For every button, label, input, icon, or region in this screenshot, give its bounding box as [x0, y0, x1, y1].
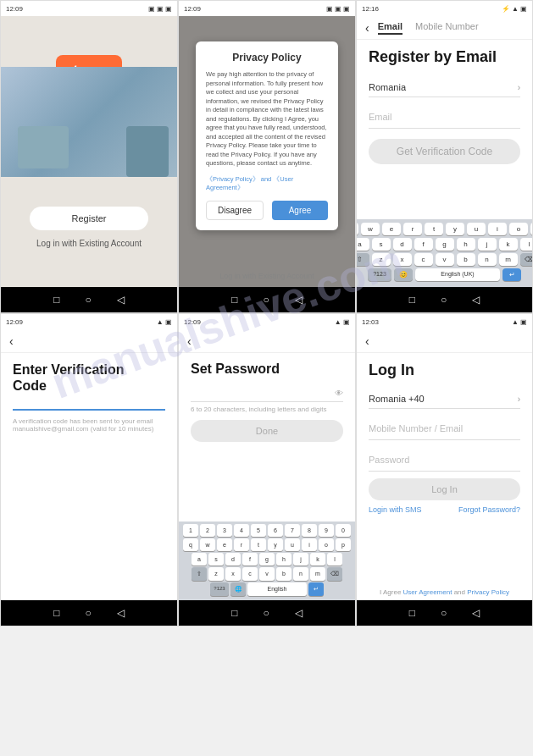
key-q-5[interactable]: q — [183, 538, 198, 551]
tab-mobile[interactable]: Mobile Number — [415, 21, 479, 35]
key-q[interactable]: q — [356, 223, 358, 235]
key-k[interactable]: k — [499, 238, 518, 251]
key-1[interactable]: 1 — [183, 524, 198, 537]
back-button-3[interactable]: ‹ — [365, 21, 369, 35]
key-o-5[interactable]: o — [319, 538, 334, 551]
nav-square-5[interactable]: □ — [231, 607, 237, 619]
nav-square-1[interactable]: □ — [53, 294, 59, 306]
key-globe-5[interactable]: 🌐 — [230, 582, 246, 596]
key-r[interactable]: r — [403, 223, 422, 235]
key-c-5[interactable]: c — [242, 567, 258, 581]
key-x[interactable]: x — [393, 253, 412, 266]
nav-circle-4[interactable]: ○ — [86, 607, 92, 619]
key-v-5[interactable]: v — [259, 567, 275, 581]
key-w-5[interactable]: w — [200, 538, 215, 551]
disagree-button[interactable]: Disagree — [206, 201, 264, 220]
privacy-policy-link[interactable]: Privacy Policy — [467, 588, 509, 596]
nav-back-6[interactable]: ◁ — [472, 607, 480, 619]
nav-square-4[interactable]: □ — [53, 607, 59, 619]
key-s-5[interactable]: s — [208, 553, 224, 566]
back-button-4[interactable]: ‹ — [9, 334, 14, 348]
key-emoji[interactable]: 😊 — [394, 268, 413, 281]
key-b[interactable]: b — [457, 253, 475, 266]
key-i[interactable]: i — [488, 223, 507, 235]
nav-square-2[interactable]: □ — [231, 294, 237, 306]
key-k-5[interactable]: k — [310, 553, 325, 566]
key-h-5[interactable]: h — [276, 553, 291, 566]
key-m[interactable]: m — [499, 253, 518, 266]
key-x-5[interactable]: x — [225, 567, 241, 581]
nav-back-3[interactable]: ◁ — [472, 294, 480, 306]
key-0[interactable]: 0 — [336, 524, 351, 537]
key-y-5[interactable]: y — [268, 538, 283, 551]
login-password-input[interactable]: Password — [369, 447, 520, 472]
key-shift[interactable]: ⇧ — [356, 253, 369, 266]
key-s[interactable]: s — [372, 238, 391, 251]
key-o[interactable]: o — [509, 223, 528, 235]
nav-square-6[interactable]: □ — [409, 607, 415, 619]
key-u-5[interactable]: u — [285, 538, 300, 551]
key-nums-5[interactable]: ?123 — [210, 582, 229, 596]
password-input-row[interactable]: 👁 — [191, 385, 343, 402]
login-button[interactable]: Log In — [369, 478, 520, 500]
key-m-5[interactable]: m — [310, 567, 325, 581]
key-n[interactable]: n — [478, 253, 497, 266]
key-t[interactable]: t — [425, 223, 443, 235]
key-enter-5[interactable]: ↵ — [308, 582, 324, 596]
key-enter[interactable]: ↵ — [502, 268, 521, 281]
key-l[interactable]: l — [520, 238, 534, 251]
key-space-5[interactable]: English — [247, 582, 307, 596]
key-y[interactable]: y — [446, 223, 464, 235]
key-c[interactable]: c — [414, 253, 433, 266]
forgot-password-link[interactable]: Forgot Password? — [458, 505, 520, 514]
back-button-6[interactable]: ‹ — [365, 334, 369, 348]
key-z-5[interactable]: z — [208, 567, 224, 581]
nav-circle-2[interactable]: ○ — [264, 294, 269, 306]
key-t-5[interactable]: t — [251, 538, 266, 551]
key-g[interactable]: g — [436, 238, 454, 251]
done-button[interactable]: Done — [191, 420, 343, 442]
key-2[interactable]: 2 — [200, 524, 215, 537]
send-code-button[interactable]: Get Verification Code — [369, 139, 520, 164]
key-n-5[interactable]: n — [293, 567, 308, 581]
key-a[interactable]: a — [356, 238, 369, 251]
nav-circle-5[interactable]: ○ — [264, 607, 269, 619]
nav-circle-6[interactable]: ○ — [441, 607, 447, 619]
agree-button[interactable]: Agree — [272, 201, 328, 220]
key-numbers[interactable]: ?123 — [368, 268, 391, 281]
key-u[interactable]: u — [467, 223, 486, 235]
sms-login-link[interactable]: Login with SMS — [369, 505, 422, 514]
key-d[interactable]: d — [393, 238, 412, 251]
key-j-5[interactable]: j — [293, 553, 308, 566]
key-h[interactable]: h — [457, 238, 475, 251]
key-b-5[interactable]: b — [276, 567, 291, 581]
nav-square-3[interactable]: □ — [409, 294, 415, 306]
key-a-5[interactable]: a — [192, 553, 207, 566]
login-mobile-input[interactable]: Mobile Number / Email — [369, 416, 520, 440]
key-w[interactable]: w — [361, 223, 380, 235]
key-shift-5[interactable]: ⇧ — [192, 567, 207, 581]
privacy-modal-links[interactable]: 《Privacy Policy》 and 《User Agreement》 — [206, 175, 328, 192]
verification-input[interactable] — [13, 402, 165, 411]
nav-back-1[interactable]: ◁ — [117, 294, 125, 306]
login-existing-link-1[interactable]: Log in with Existing Account — [36, 239, 142, 248]
eye-icon[interactable]: 👁 — [335, 389, 343, 398]
key-backspace-5[interactable]: ⌫ — [327, 567, 342, 581]
key-z[interactable]: z — [372, 253, 391, 266]
key-8[interactable]: 8 — [302, 524, 317, 537]
nav-back-4[interactable]: ◁ — [117, 607, 125, 619]
tab-email[interactable]: Email — [378, 21, 403, 35]
key-r-5[interactable]: r — [234, 538, 249, 551]
country-row[interactable]: Romania › — [369, 78, 520, 97]
key-f[interactable]: f — [414, 238, 433, 251]
user-agreement-link[interactable]: User Agreement — [403, 588, 452, 596]
back-button-5[interactable]: ‹ — [187, 334, 192, 348]
key-5[interactable]: 5 — [251, 524, 266, 537]
nav-circle-3[interactable]: ○ — [441, 294, 447, 306]
key-e[interactable]: e — [382, 223, 401, 235]
nav-back-5[interactable]: ◁ — [295, 607, 303, 619]
nav-back-2[interactable]: ◁ — [295, 294, 303, 306]
key-9[interactable]: 9 — [319, 524, 334, 537]
key-l-5[interactable]: l — [327, 553, 342, 566]
key-p-5[interactable]: p — [336, 538, 351, 551]
